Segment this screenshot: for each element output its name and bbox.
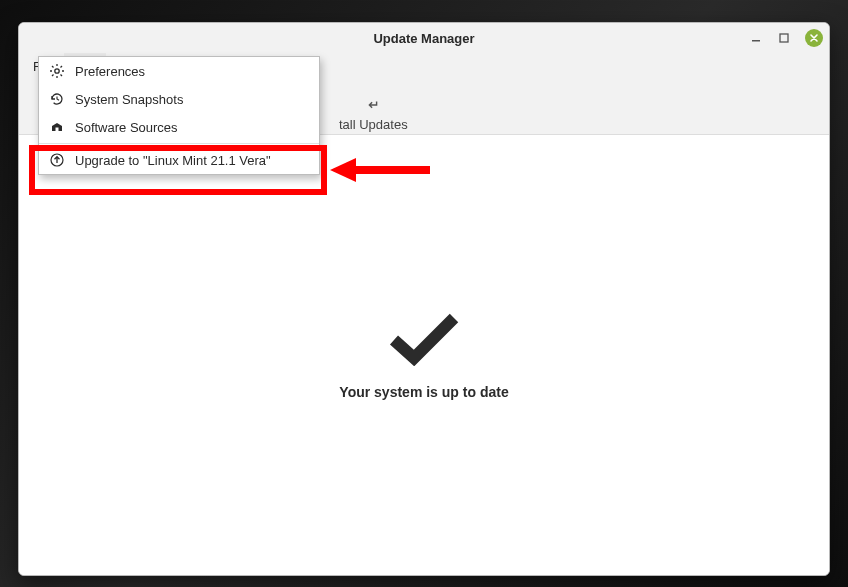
sources-icon <box>49 119 65 135</box>
menu-software-sources[interactable]: Software Sources <box>39 113 319 141</box>
gear-icon <box>49 63 65 79</box>
svg-rect-11 <box>56 128 59 132</box>
checkmark-icon <box>388 310 460 366</box>
toolbar-install-button[interactable]: tall Updates <box>339 95 408 132</box>
svg-line-7 <box>52 66 54 68</box>
content-area: Your system is up to date <box>19 135 829 575</box>
edit-dropdown: Preferences System Snapshots Software So… <box>38 56 320 175</box>
install-icon <box>363 95 383 115</box>
upgrade-icon <box>49 152 65 168</box>
minimize-button[interactable] <box>749 31 763 45</box>
window-controls <box>749 23 823 53</box>
svg-rect-0 <box>752 40 760 42</box>
svg-line-10 <box>61 66 63 68</box>
svg-line-9 <box>52 75 54 77</box>
menu-preferences-label: Preferences <box>75 64 145 79</box>
svg-point-2 <box>55 69 59 73</box>
svg-rect-1 <box>780 34 788 42</box>
menu-upgrade-label: Upgrade to "Linux Mint 21.1 Vera" <box>75 153 271 168</box>
history-icon <box>49 91 65 107</box>
menu-separator <box>39 143 319 144</box>
menu-upgrade[interactable]: Upgrade to "Linux Mint 21.1 Vera" <box>39 146 319 174</box>
menu-preferences[interactable]: Preferences <box>39 57 319 85</box>
menu-sources-label: Software Sources <box>75 120 178 135</box>
menu-snapshots-label: System Snapshots <box>75 92 183 107</box>
maximize-button[interactable] <box>777 31 791 45</box>
titlebar: Update Manager <box>19 23 829 53</box>
menu-system-snapshots[interactable]: System Snapshots <box>39 85 319 113</box>
toolbar-install-label-partial: tall Updates <box>339 117 408 132</box>
window-title: Update Manager <box>19 31 829 46</box>
close-button[interactable] <box>805 29 823 47</box>
status-text: Your system is up to date <box>339 384 508 400</box>
svg-line-8 <box>61 75 63 77</box>
